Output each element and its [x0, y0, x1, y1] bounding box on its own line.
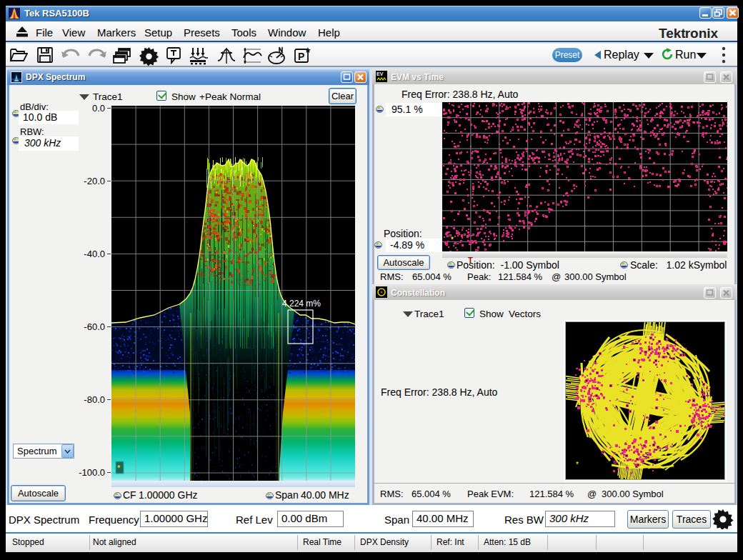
- svg-text:P: P: [298, 51, 304, 62]
- svg-text:4.224 m%: 4.224 m%: [282, 299, 321, 309]
- svg-text:*: *: [117, 464, 121, 472]
- svg-text:*: *: [451, 236, 454, 244]
- svg-text:EV: EV: [377, 71, 384, 76]
- svg-text:*: *: [576, 461, 579, 469]
